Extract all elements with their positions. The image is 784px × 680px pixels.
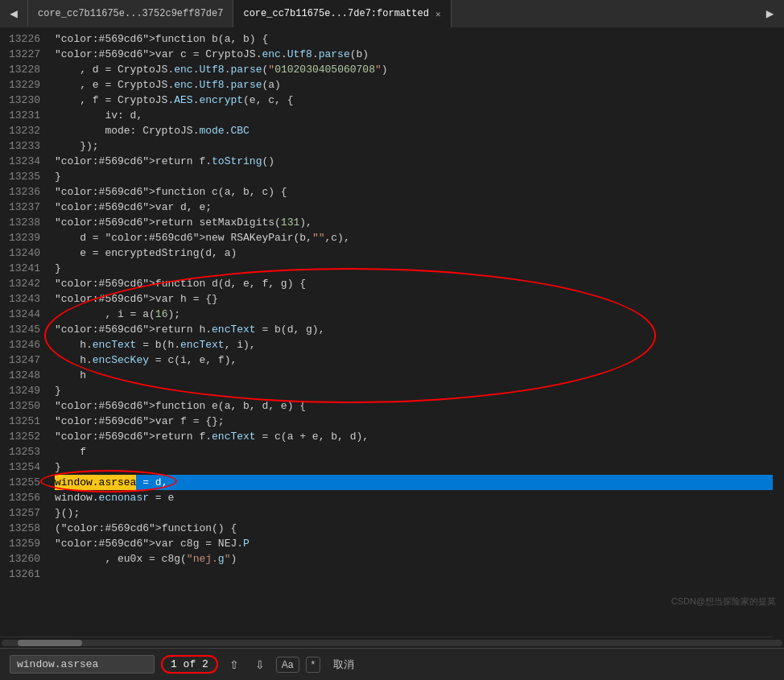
table-row: "color:#569cd6">var h = {} xyxy=(55,291,773,307)
table-row: "color:#569cd6">return f.encText = c(a +… xyxy=(55,429,773,444)
table-row: "color:#569cd6">function e(a, b, d, e) { xyxy=(55,398,773,414)
tab-1-label: core_cc7b11675e...3752c9eff87de7 xyxy=(38,8,223,19)
table-row: window.ecnonasr = e xyxy=(55,490,773,505)
tab-bar: ◀ core_cc7b11675e...3752c9eff87de7 core_… xyxy=(0,0,784,28)
table-row: d = "color:#569cd6">new RSAKeyPair(b,"",… xyxy=(55,230,773,245)
find-prev-button[interactable]: ⇧ xyxy=(225,657,244,673)
back-button[interactable]: ◀ xyxy=(0,0,28,27)
table-row: e = encryptedString(d, a) xyxy=(55,245,773,261)
tab-2-label: core_cc7b11675e...7de7:formatted xyxy=(243,8,428,19)
scrollbar-h-track xyxy=(2,640,782,646)
scrollbar-horizontal[interactable] xyxy=(0,637,784,648)
table-row: , i = a(16); xyxy=(55,307,773,322)
whole-word-button[interactable]: * xyxy=(306,657,321,673)
find-next-button[interactable]: ⇩ xyxy=(250,657,270,673)
table-row: } xyxy=(55,261,773,276)
table-row: mode: CryptoJS.mode.CBC xyxy=(55,123,773,138)
table-row xyxy=(55,567,773,582)
table-row: , eu0x = c8g("nej.g") xyxy=(55,551,773,567)
table-row: } xyxy=(55,383,773,398)
table-row: "color:#569cd6">function b(a, b) { xyxy=(55,31,773,47)
table-row: "color:#569cd6">return f.toString() xyxy=(55,154,773,169)
table-row: , f = CryptoJS.AES.encrypt(e, c, { xyxy=(55,93,773,108)
table-row: "color:#569cd6">function d(d, e, f, g) { xyxy=(55,276,773,291)
tab-1[interactable]: core_cc7b11675e...3752c9eff87de7 xyxy=(28,0,233,27)
find-bar: 1 of 2 ⇧ ⇩ Aa * 取消 xyxy=(0,648,784,680)
find-input[interactable] xyxy=(10,655,155,674)
table-row: } xyxy=(55,460,773,475)
table-row: h xyxy=(55,368,773,383)
table-row: "color:#569cd6">function c(a, b, c) { xyxy=(55,184,773,200)
code-lines[interactable]: "color:#569cd6">function b(a, b) { "colo… xyxy=(48,28,784,637)
scrollbar-right[interactable] xyxy=(773,28,784,637)
table-row: , d = CryptoJS.enc.Utf8.parse("010203040… xyxy=(55,62,773,77)
match-case-button[interactable]: Aa xyxy=(276,657,299,673)
forward-button[interactable]: ▶ xyxy=(756,0,784,27)
table-row: }); xyxy=(55,138,773,154)
find-close-button[interactable]: 取消 xyxy=(327,656,361,674)
tab-2[interactable]: core_cc7b11675e...7de7:formatted ✕ xyxy=(233,0,451,27)
table-row: "color:#569cd6">var d, e; xyxy=(55,200,773,215)
table-row: h.encSecKey = c(i, e, f), xyxy=(55,352,773,368)
code-area: 1322613227132281322913230132311323213233… xyxy=(0,28,784,648)
table-row: } xyxy=(55,169,773,184)
tab-2-close[interactable]: ✕ xyxy=(435,9,441,19)
table-row: "color:#569cd6">return setMaxDigits(131)… xyxy=(55,215,773,230)
table-row: , e = CryptoJS.enc.Utf8.parse(a) xyxy=(55,77,773,93)
find-count: 1 of 2 xyxy=(161,655,218,674)
table-row: "color:#569cd6">var c = CryptoJS.enc.Utf… xyxy=(55,47,773,62)
table-row: f xyxy=(55,444,773,460)
forward-icon: ▶ xyxy=(766,6,774,22)
back-icon: ◀ xyxy=(10,6,18,22)
table-row: ("color:#569cd6">function() { xyxy=(55,521,773,536)
table-row: iv: d, xyxy=(55,108,773,123)
table-row: "color:#569cd6">var f = {}; xyxy=(55,414,773,429)
table-row: window.asrsea = d, xyxy=(55,475,773,490)
line-numbers: 1322613227132281322913230132311323213233… xyxy=(0,28,48,637)
search-highlight: window.asrsea xyxy=(55,475,136,490)
scrollbar-h-thumb xyxy=(18,640,82,646)
table-row: }(); xyxy=(55,505,773,521)
table-row: "color:#569cd6">return h.encText = b(d, … xyxy=(55,322,773,337)
table-row: h.encText = b(h.encText, i), xyxy=(55,337,773,352)
code-content: 1322613227132281322913230132311323213233… xyxy=(0,28,784,637)
table-row: "color:#569cd6">var c8g = NEJ.P xyxy=(55,536,773,551)
